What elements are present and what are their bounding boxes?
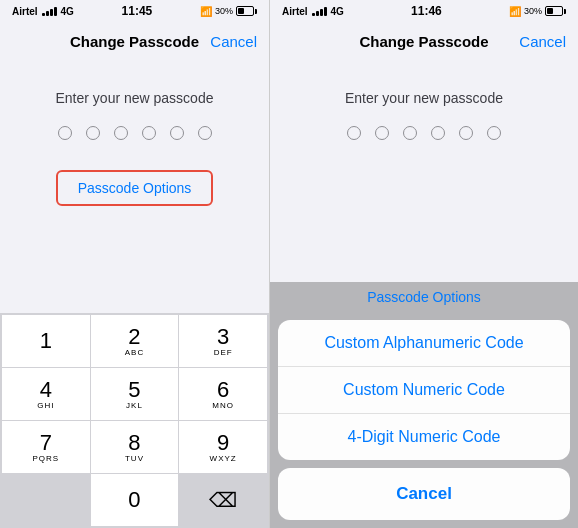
battery-body-right — [545, 6, 563, 16]
action-sheet-group: Custom Alphanumeric Code Custom Numeric … — [278, 320, 570, 460]
action-sheet-item-numeric[interactable]: Custom Numeric Code — [278, 367, 570, 414]
key-empty-left — [2, 474, 90, 526]
key-5-letters: JKL — [126, 401, 143, 410]
key-7-letters: PQRS — [32, 454, 59, 463]
action-sheet-cancel-button[interactable]: Cancel — [278, 468, 570, 520]
key-6[interactable]: 6 MNO — [179, 368, 267, 420]
dot-2 — [86, 126, 100, 140]
key-9[interactable]: 9 WXYZ — [179, 421, 267, 473]
key-7[interactable]: 7 PQRS — [2, 421, 90, 473]
cancel-button-left[interactable]: Cancel — [210, 33, 257, 50]
dot-4 — [142, 126, 156, 140]
bar2 — [46, 11, 49, 16]
passcode-prompt-left: Enter your new passcode — [56, 90, 214, 106]
time-left: 11:45 — [122, 4, 153, 18]
key-delete-left[interactable]: ⌫ — [179, 474, 267, 526]
key-3[interactable]: 3 DEF — [179, 315, 267, 367]
battery-area-right: 📶 30% — [509, 6, 566, 17]
key-5-num: 5 — [128, 379, 140, 401]
key-8-num: 8 — [128, 432, 140, 454]
left-phone: Airtel 4G 11:45 📶 30% Change Passcode Ca… — [0, 0, 270, 528]
nav-title-left: Change Passcode — [70, 33, 199, 50]
passcode-dots-left — [58, 126, 212, 140]
dot-1 — [58, 126, 72, 140]
carrier-left: Airtel — [12, 6, 38, 17]
rbar2 — [316, 11, 319, 16]
key-8-letters: TUV — [125, 454, 144, 463]
key-3-num: 3 — [217, 326, 229, 348]
passcode-options-button-left[interactable]: Passcode Options — [56, 170, 214, 206]
action-sheet-item-4digit[interactable]: 4-Digit Numeric Code — [278, 414, 570, 460]
wifi-icon-right: 📶 — [509, 6, 521, 17]
battery-body-left — [236, 6, 254, 16]
rbar3 — [320, 9, 323, 16]
rdot-1 — [347, 126, 361, 140]
right-content: Enter your new passcode Passcode Options… — [270, 60, 578, 528]
delete-icon-left: ⌫ — [209, 488, 237, 512]
battery-fill-right — [547, 8, 553, 14]
passcode-content-left: Enter your new passcode Passcode Options — [0, 60, 269, 313]
key-9-letters: WXYZ — [210, 454, 237, 463]
key-3-letters: DEF — [214, 348, 233, 357]
battery-tip-right — [564, 9, 566, 14]
status-bar-right: Airtel 4G 11:46 📶 30% — [270, 0, 578, 22]
bar3 — [50, 9, 53, 16]
right-phone: Airtel 4G 11:46 📶 30% Change Passcode Ca… — [270, 0, 578, 528]
signal-bars-left — [42, 7, 57, 16]
key-5[interactable]: 5 JKL — [91, 368, 179, 420]
nav-bar-left: Change Passcode Cancel — [0, 22, 269, 60]
wifi-icon-left: 📶 — [200, 6, 212, 17]
action-sheet: Custom Alphanumeric Code Custom Numeric … — [270, 312, 578, 528]
battery-fill-left — [238, 8, 244, 14]
rdot-2 — [375, 126, 389, 140]
key-8[interactable]: 8 TUV — [91, 421, 179, 473]
key-1-num: 1 — [40, 330, 52, 352]
rdot-3 — [403, 126, 417, 140]
time-right: 11:46 — [411, 4, 442, 18]
rbar1 — [312, 13, 315, 16]
battery-pct-left: 30% — [215, 6, 233, 16]
rdot-4 — [431, 126, 445, 140]
battery-icon-left — [236, 6, 257, 16]
key-6-letters: MNO — [212, 401, 234, 410]
bar1 — [42, 13, 45, 16]
key-1[interactable]: 1 — [2, 315, 90, 367]
rdot-5 — [459, 126, 473, 140]
dot-6 — [198, 126, 212, 140]
key-0[interactable]: 0 — [91, 474, 179, 526]
nav-bar-right: Change Passcode Cancel — [270, 22, 578, 60]
battery-icon-right — [545, 6, 566, 16]
status-bar-left: Airtel 4G 11:45 📶 30% — [0, 0, 269, 22]
passcode-dots-right — [347, 126, 501, 140]
carrier-info-right: Airtel 4G — [282, 6, 344, 17]
key-7-num: 7 — [40, 432, 52, 454]
key-2-num: 2 — [128, 326, 140, 348]
cancel-button-right[interactable]: Cancel — [519, 33, 566, 50]
action-sheet-cancel-group: Cancel — [278, 468, 570, 520]
key-9-num: 9 — [217, 432, 229, 454]
network-left: 4G — [61, 6, 74, 17]
carrier-info-left: Airtel 4G — [12, 6, 74, 17]
network-right: 4G — [331, 6, 344, 17]
passcode-options-area: Passcode Options — [270, 282, 578, 312]
key-2-letters: ABC — [125, 348, 144, 357]
bar4 — [54, 7, 57, 16]
battery-tip-left — [255, 9, 257, 14]
key-4[interactable]: 4 GHI — [2, 368, 90, 420]
dot-5 — [170, 126, 184, 140]
action-sheet-item-alphanumeric[interactable]: Custom Alphanumeric Code — [278, 320, 570, 367]
key-6-num: 6 — [217, 379, 229, 401]
key-0-num: 0 — [128, 489, 140, 511]
signal-bars-right — [312, 7, 327, 16]
nav-title-right: Change Passcode — [359, 33, 488, 50]
passcode-prompt-right: Enter your new passcode — [345, 90, 503, 106]
key-4-letters: GHI — [37, 401, 54, 410]
passcode-options-label-right[interactable]: Passcode Options — [367, 281, 481, 309]
dot-3 — [114, 126, 128, 140]
action-sheet-overlay: Passcode Options Custom Alphanumeric Cod… — [270, 282, 578, 528]
battery-pct-right: 30% — [524, 6, 542, 16]
key-2[interactable]: 2 ABC — [91, 315, 179, 367]
battery-area-left: 📶 30% — [200, 6, 257, 17]
rdot-6 — [487, 126, 501, 140]
carrier-right: Airtel — [282, 6, 308, 17]
